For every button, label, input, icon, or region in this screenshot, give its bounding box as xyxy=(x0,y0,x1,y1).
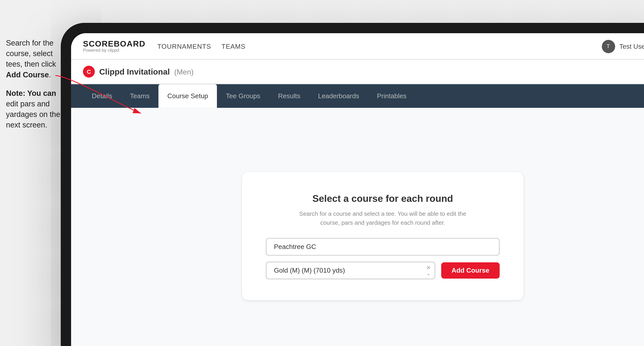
nav-tournaments[interactable]: TOURNAMENTS xyxy=(157,42,211,50)
user-avatar: T xyxy=(602,40,615,53)
tab-printables[interactable]: Printables xyxy=(368,84,416,108)
tab-details[interactable]: Details xyxy=(83,84,121,108)
nav-user-area: T Test User | Sign out xyxy=(602,40,644,53)
annotation-text: Search for thecourse, selecttees, then c… xyxy=(6,38,62,134)
nav-teams[interactable]: TEAMS xyxy=(222,42,246,50)
tab-results[interactable]: Results xyxy=(269,84,309,108)
annotation-note: Note: You canedit pars andyardages on th… xyxy=(6,88,62,131)
clippd-icon: C xyxy=(83,66,95,78)
tee-select-wrapper: Gold (M) (M) (7010 yds) ✕ ⌄ xyxy=(266,261,435,279)
tournament-header: C Clippd Invitational (Men) Cancel ✕ xyxy=(71,60,644,84)
tournament-name: Clippd Invitational xyxy=(99,67,170,76)
tee-select[interactable]: Gold (M) (M) (7010 yds) xyxy=(266,261,435,279)
tab-teams[interactable]: Teams xyxy=(121,84,158,108)
card-description: Search for a course and select a tee. Yo… xyxy=(266,210,500,227)
card-title: Select a course for each round xyxy=(266,192,500,204)
tee-value: Gold (M) (M) (7010 yds) xyxy=(274,266,345,274)
annotation-line1: Search for thecourse, selecttees, then c… xyxy=(6,38,62,80)
tab-tee-groups[interactable]: Tee Groups xyxy=(217,84,269,108)
main-content: Select a course for each round Search fo… xyxy=(71,108,644,346)
clear-tee-icon[interactable]: ✕ xyxy=(426,264,431,270)
tournament-type: (Men) xyxy=(174,68,194,76)
logo: SCOREBOARD Powered by clippd xyxy=(83,39,146,53)
chevron-down-icon[interactable]: ⌄ xyxy=(426,270,431,276)
tee-select-row: Gold (M) (M) (7010 yds) ✕ ⌄ Add Course xyxy=(266,261,500,279)
course-setup-card: Select a course for each round Search fo… xyxy=(242,172,523,300)
top-nav: SCOREBOARD Powered by clippd TOURNAMENTS… xyxy=(71,33,644,60)
logo-subtitle: Powered by clippd xyxy=(83,48,146,53)
course-search-input[interactable] xyxy=(266,238,500,255)
add-course-button[interactable]: Add Course xyxy=(441,262,500,278)
tab-course-setup[interactable]: Course Setup xyxy=(158,84,217,108)
tee-select-controls: ✕ ⌄ xyxy=(426,264,431,276)
tab-leaderboards[interactable]: Leaderboards xyxy=(309,84,368,108)
user-name: Test User xyxy=(619,42,644,50)
logo-title: SCOREBOARD xyxy=(83,39,146,48)
tab-navigation: Details Teams Course Setup Tee Groups Re… xyxy=(71,84,644,108)
